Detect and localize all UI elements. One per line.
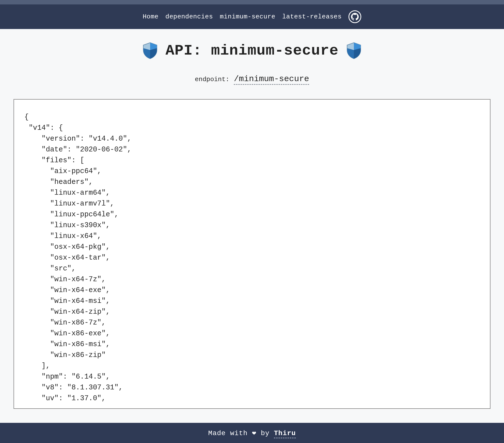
footer-mid: by xyxy=(256,429,274,437)
footer-prefix: Made with xyxy=(208,429,252,437)
endpoint-label: endpoint: xyxy=(195,76,229,83)
json-response-box[interactable]: { "v14": { "version": "v14.4.0", "date":… xyxy=(14,99,490,409)
heart-icon: ❤ xyxy=(252,429,256,437)
shield-icon xyxy=(140,41,160,60)
svg-point-0 xyxy=(349,11,361,23)
window-topbar xyxy=(0,0,504,4)
footer-author-link[interactable]: Thiru xyxy=(274,429,296,438)
main-content: API: minimum-secure endpoint: /minimum-s… xyxy=(0,29,504,423)
page-title-row: API: minimum-secure xyxy=(140,41,363,60)
main-nav: Home dependencies minimum-secure latest-… xyxy=(0,4,504,29)
nav-item-latest-releases[interactable]: latest-releases xyxy=(282,13,342,20)
github-icon[interactable] xyxy=(348,10,361,23)
nav-item-minimum-secure[interactable]: minimum-secure xyxy=(220,13,275,20)
nav-item-dependencies[interactable]: dependencies xyxy=(165,13,213,20)
endpoint-row: endpoint: /minimum-secure xyxy=(195,74,309,85)
footer: Made with ❤ by Thiru xyxy=(0,423,504,443)
nav-item-home[interactable]: Home xyxy=(143,13,159,20)
shield-icon xyxy=(344,41,364,60)
page-title: API: minimum-secure xyxy=(165,42,338,59)
endpoint-link[interactable]: /minimum-secure xyxy=(234,74,309,85)
